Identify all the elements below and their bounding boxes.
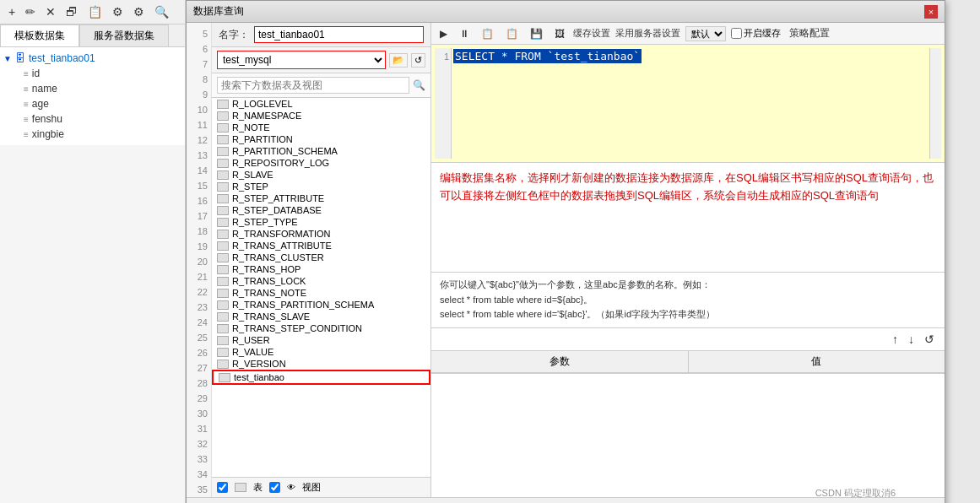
line-20: 20 — [187, 254, 211, 269]
param-table-header: 参数 值 — [431, 351, 945, 374]
move-up-btn[interactable]: ↑ — [889, 332, 901, 347]
tree-child-xingbie[interactable]: ≡ xingbie — [0, 127, 185, 142]
filter-table-checkbox[interactable] — [217, 482, 228, 493]
table-row-trans-step-cond[interactable]: R_TRANS_STEP_CONDITION — [212, 322, 430, 334]
table-icon — [217, 277, 229, 286]
name-field-row: 名字： — [212, 23, 430, 47]
table-filter-icon — [235, 483, 246, 492]
copy-sql-btn[interactable]: 📋 — [478, 27, 497, 41]
edit-btn[interactable]: ✏ — [22, 3, 39, 20]
table-name-user: R_USER — [232, 335, 270, 345]
tree-child-id[interactable]: ≡ id — [0, 66, 185, 81]
table-name-note: R_NOTE — [232, 122, 270, 133]
line-6: 6 — [187, 41, 211, 57]
table-row-test-tianbao[interactable]: test_tianbao — [212, 370, 430, 385]
table-icon — [217, 312, 229, 322]
settings-btn[interactable]: ⚙ — [109, 3, 127, 20]
name-input[interactable] — [254, 26, 424, 43]
table-icon — [217, 182, 229, 192]
table-icon — [217, 100, 229, 109]
table-row-repo-log[interactable]: R_REPOSITORY_LOG — [212, 157, 430, 169]
table-row-transformation[interactable]: R_TRANSFORMATION — [212, 228, 430, 240]
table-row-trans-cluster[interactable]: R_TRANS_CLUSTER — [212, 252, 430, 263]
table-row-trans-partition[interactable]: R_TRANS_PARTITION_SCHEMA — [212, 299, 430, 311]
sql-content-area[interactable]: SELECT * FROM `test_tianbao` — [452, 48, 929, 159]
table-icon — [217, 253, 229, 262]
table-search-input[interactable] — [217, 77, 409, 94]
refresh-btn[interactable]: ↺ — [921, 332, 938, 347]
pause-btn[interactable]: ⏸ — [456, 27, 473, 41]
filter-view-checkbox[interactable] — [269, 482, 280, 493]
table-row-step-db[interactable]: R_STEP_DATABASE — [212, 204, 430, 216]
line-22: 22 — [187, 284, 211, 300]
table-icon — [217, 289, 229, 298]
field-label-id: id — [32, 68, 40, 79]
table-name-trans-cluster: R_TRANS_CLUSTER — [232, 252, 324, 262]
dialog-title: 数据库查询 — [193, 4, 244, 19]
tab-server-dataset[interactable]: 服务器数据集 — [79, 24, 169, 46]
table-row-partition[interactable]: R_PARTITION — [212, 133, 430, 145]
db-connection-select[interactable]: test_mysql — [217, 51, 386, 69]
table-row-partition-schema[interactable]: R_PARTITION_SCHEMA — [212, 145, 430, 157]
db-selector-row: test_mysql 📂 ↺ — [212, 47, 430, 73]
table-row-version[interactable]: R_VERSION — [212, 358, 430, 370]
save-sql-btn[interactable]: 💾 — [527, 27, 546, 41]
tree-child-age[interactable]: ≡ age — [0, 96, 185, 111]
sql-toolbar: ▶ ⏸ 📋 📋 💾 🖼 缓存设置 采用服务器设置 默认 — [431, 23, 945, 45]
db-browse-btn[interactable]: 📂 — [389, 53, 408, 68]
line-24: 24 — [187, 315, 211, 330]
table-name-trans-partition: R_TRANS_PARTITION_SCHEMA — [232, 300, 374, 310]
table-row-trans-hop[interactable]: R_TRANS_HOP — [212, 263, 430, 275]
delete-btn[interactable]: ✕ — [42, 3, 59, 20]
tree-child-fenshu[interactable]: ≡ fenshu — [0, 111, 185, 127]
paste-btn[interactable]: 📋 — [84, 3, 106, 20]
table-row-trans-attr[interactable]: R_TRANS_ATTRIBUTE — [212, 240, 430, 252]
enable-cache-checkbox[interactable] — [731, 28, 742, 39]
table-row-value[interactable]: R_VALUE — [212, 346, 430, 358]
table-row-trans-slave[interactable]: R_TRANS_SLAVE — [212, 311, 430, 322]
table-icon — [217, 300, 229, 310]
enable-cache-label: 开启缓存 — [744, 27, 781, 40]
line-11: 11 — [187, 117, 211, 133]
table-row-trans-note[interactable]: R_TRANS_NOTE — [212, 287, 430, 299]
copy-btn[interactable]: 🗗 — [62, 3, 81, 20]
table-row-note[interactable]: R_NOTE — [212, 122, 430, 133]
enable-cache-checkbox-label: 开启缓存 — [731, 27, 781, 40]
dialog-close-btn[interactable]: × — [924, 5, 938, 19]
table-name-transformation: R_TRANSFORMATION — [232, 229, 331, 239]
img-sql-btn[interactable]: 🖼 — [551, 27, 568, 41]
strategy-config-btn[interactable]: 策略配置 — [786, 25, 833, 41]
filter-bar: 表 👁 视图 — [212, 477, 430, 497]
field-icon-age: ≡ — [24, 100, 29, 109]
table-name-trans-attr: R_TRANS_ATTRIBUTE — [232, 241, 332, 251]
table-row-step[interactable]: R_STEP — [212, 181, 430, 192]
run-btn[interactable]: ▶ — [436, 27, 451, 41]
table-row-step-type[interactable]: R_STEP_TYPE — [212, 216, 430, 228]
table-icon — [217, 170, 229, 180]
tree-child-name[interactable]: ≡ name — [0, 81, 185, 96]
paste-sql-btn[interactable]: 📋 — [502, 27, 522, 41]
move-down-btn[interactable]: ↓ — [905, 332, 918, 347]
database-query-dialog: 数据库查询 × 5 6 7 8 9 10 11 — [186, 0, 945, 503]
line-32: 32 — [187, 436, 211, 452]
tab-template-dataset[interactable]: 模板数据集 — [0, 24, 79, 46]
cache-mode-select[interactable]: 默认 — [685, 26, 726, 41]
line-14: 14 — [187, 163, 211, 178]
table-row-namespace[interactable]: R_NAMESPACE — [212, 110, 430, 122]
table-row-loglevel[interactable]: R_LOGLEVEL — [212, 98, 430, 110]
settings2-btn[interactable]: ⚙ — [130, 3, 148, 20]
add-btn[interactable]: + — [5, 3, 19, 20]
table-row-trans-lock[interactable]: R_TRANS_LOCK — [212, 275, 430, 287]
search-btn[interactable]: 🔍 — [151, 3, 172, 20]
db-refresh-btn[interactable]: ↺ — [411, 53, 425, 68]
table-row-step-attr[interactable]: R_STEP_ATTRIBUTE — [212, 192, 430, 204]
line-13: 13 — [187, 148, 211, 163]
sql-editor-area[interactable]: 1 SELECT * FROM `test_tianbao` — [431, 45, 945, 163]
line-23: 23 — [187, 300, 211, 315]
search-icon: 🔍 — [413, 79, 425, 91]
line-9: 9 — [187, 87, 211, 102]
table-row-slave[interactable]: R_SLAVE — [212, 169, 430, 181]
table-row-user[interactable]: R_USER — [212, 334, 430, 346]
tree-root[interactable]: ▼ 🗄 test_tianbao01 — [0, 51, 185, 66]
sql-scrollbar[interactable] — [929, 48, 941, 159]
